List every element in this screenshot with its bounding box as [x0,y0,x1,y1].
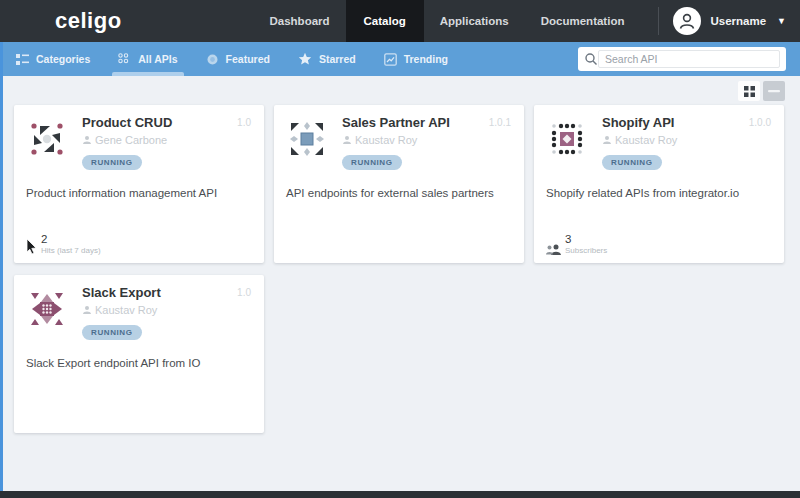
username-label: Username [710,15,766,27]
stat-label: Hits (last 7 days) [41,246,101,255]
header-divider [658,7,659,35]
version-label: 1.0.1 [489,117,511,128]
cursor-icon [25,238,38,255]
api-author: Kaustav Roy [342,134,450,146]
grid-dots-icon [118,53,131,66]
list-view-icon [768,86,780,96]
tab-starred[interactable]: Starred [284,42,370,76]
person-icon [342,135,352,145]
user-menu[interactable]: Username ▼ [673,7,786,35]
api-logo [546,118,588,160]
tab-label: Featured [226,53,270,65]
search-input[interactable] [598,50,780,68]
subscribers-stat: 3 Subscribers [545,233,607,255]
person-icon [676,10,698,32]
api-card-grid: 1.0 Product CRUD [14,105,786,433]
api-author: Kaustav Roy [82,304,161,316]
api-logo [26,118,68,160]
catalog-content: 1.0 Product CRUD [0,76,800,491]
api-description: Shopify related APIs from integrator.io [546,186,772,201]
api-card-product-crud[interactable]: 1.0 Product CRUD [14,105,264,263]
version-label: 1.0 [237,117,251,128]
window-edge-strip [0,42,3,491]
api-logo [26,288,68,330]
author-name: Gene Carbone [95,134,167,146]
api-description: Slack Export endpoint API from IO [26,356,252,371]
api-title[interactable]: Product CRUD [82,115,172,130]
person-icon [82,135,92,145]
bottom-bar [0,491,800,498]
person-icon [602,135,612,145]
api-title[interactable]: Slack Export [82,285,161,300]
author-name: Kaustav Roy [615,134,677,146]
version-label: 1.0 [237,287,251,298]
status-badge: RUNNING [342,155,402,170]
version-label: 1.0.0 [749,117,771,128]
list-view-button[interactable] [763,81,785,101]
nav-dashboard[interactable]: Dashboard [253,0,345,42]
star-icon [298,52,312,66]
chevron-down-icon: ▼ [777,16,786,26]
categories-icon [16,53,29,66]
stat-value: 3 [565,233,607,246]
api-card-sales-partner[interactable]: 1.0.1 Sales Partner API [274,105,524,263]
grid-view-button[interactable] [738,81,760,101]
celigo-logo[interactable]: celigo [55,8,122,34]
person-icon [82,305,92,315]
status-badge: RUNNING [82,325,142,340]
nav-applications[interactable]: Applications [424,0,525,42]
featured-icon [206,53,219,66]
author-name: Kaustav Roy [355,134,417,146]
tab-categories[interactable]: Categories [0,42,104,76]
tab-label: Trending [404,53,448,65]
stat-value: 2 [41,233,101,246]
tab-trending[interactable]: Trending [370,42,462,76]
trending-icon [384,53,397,66]
tab-label: Categories [36,53,90,65]
api-author: Gene Carbone [82,134,172,146]
search-icon [584,52,598,66]
nav-documentation[interactable]: Documentation [525,0,641,42]
status-badge: RUNNING [602,155,662,170]
hits-stat: 2 Hits (last 7 days) [25,233,101,255]
status-badge: RUNNING [82,155,142,170]
api-description: Product information management API [26,186,252,201]
view-toggle [738,81,785,101]
api-description: API endpoints for external sales partner… [286,186,512,201]
grid-view-icon [744,86,755,97]
catalog-toolbar: Categories All APIs Featured Starred Tre… [0,42,800,76]
api-title[interactable]: Sales Partner API [342,115,450,130]
api-author: Kaustav Roy [602,134,677,146]
api-title[interactable]: Shopify API [602,115,677,130]
api-card-slack-export[interactable]: 1.0 [14,275,264,433]
author-name: Kaustav Roy [95,304,157,316]
api-card-shopify[interactable]: 1.0.0 Shopify API [534,105,784,263]
stat-label: Subscribers [565,246,607,255]
top-header: celigo Dashboard Catalog Applications Do… [0,0,800,42]
people-icon [545,243,562,255]
search-box [578,47,786,71]
tab-label: All APIs [138,53,177,65]
avatar [673,7,701,35]
tab-label: Starred [319,53,356,65]
tab-all-apis[interactable]: All APIs [104,42,191,76]
tab-featured[interactable]: Featured [192,42,284,76]
api-logo [286,118,328,160]
main-nav: Dashboard Catalog Applications Documenta… [253,0,640,42]
nav-catalog[interactable]: Catalog [346,0,424,42]
